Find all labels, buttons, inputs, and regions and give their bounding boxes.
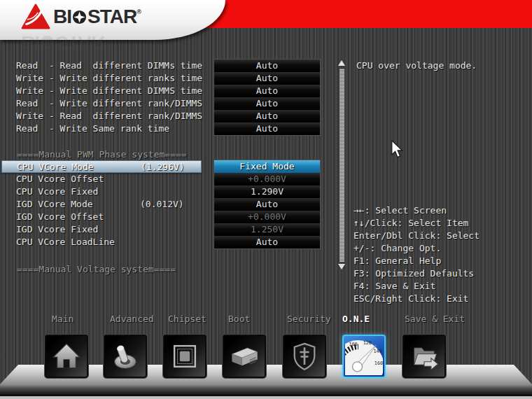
option-row-cpu-vcore-mode[interactable]: CPU VCore Mode (1.296V) [1, 160, 202, 173]
tab-chipset[interactable]: Chipset [168, 313, 206, 326]
option-note: (0.012V) [140, 198, 184, 211]
gauge-icon: 100 120 140 160 [345, 337, 383, 375]
value-field[interactable]: 1.290V [214, 186, 320, 198]
option-row-igd-vcore-mode[interactable]: IGD VCore Mode (0.012V) [1, 198, 202, 211]
value-field[interactable]: Auto [214, 236, 320, 248]
help-key-line: +/-: Change Opt. [354, 242, 441, 255]
dock-tile-chipset[interactable] [163, 335, 206, 378]
value-group-timing: Auto Auto Auto Auto Auto Auto [214, 59, 321, 136]
help-key-line: Enter/Dbl Click: Select [354, 230, 479, 242]
option-row-igd-vcore-offset[interactable]: IGD Vcore Offset [1, 211, 202, 223]
option-row-igd-vcore-fixed[interactable]: IGD Vcore Fixed [1, 223, 202, 236]
svg-text:120: 120 [363, 340, 372, 346]
logo-text-star: STAR [88, 4, 136, 29]
header-banner: BISTAR® BISTAR [0, 0, 225, 40]
help-key-line: →←: Select Screen [354, 204, 447, 217]
dock-tile-advanced[interactable] [104, 335, 147, 378]
scroll-up-icon[interactable] [338, 60, 345, 66]
scrollbar-track[interactable] [340, 69, 344, 262]
value-field[interactable]: 1.250V [214, 223, 320, 236]
exit-folder-icon [409, 341, 440, 372]
option-note: (1.296V) [141, 161, 185, 174]
registered-mark: ® [136, 0, 141, 24]
boot-drive-icon [229, 341, 260, 372]
section-header-voltage: ====Manual Voltage system==== [17, 263, 176, 276]
svg-text:160: 160 [374, 360, 383, 366]
help-key-line: F3: Optimized Defaults [354, 267, 474, 280]
value-field[interactable]: Auto [214, 110, 320, 122]
option-row-cpu-vcore-loadline[interactable]: CPU VCore LoadLine [1, 236, 202, 248]
biostar-triangle-icon [21, 4, 50, 30]
help-key-line: ESC/Right Click: Exit [354, 293, 468, 305]
scroll-down-icon[interactable] [338, 264, 345, 270]
security-shield-icon [289, 341, 320, 372]
logo-o-star-icon [72, 10, 87, 24]
value-field[interactable]: Auto [214, 97, 320, 110]
bios-screen: BISTAR® BISTAR Read - Read different DIM… [0, 0, 532, 399]
dock-tile-one-active[interactable]: 100 120 140 160 [342, 335, 386, 378]
dock-tile-main[interactable] [45, 335, 88, 378]
dock-tile-save-exit[interactable] [402, 335, 446, 378]
value-field[interactable]: +0.000V [214, 211, 320, 223]
value-field[interactable]: Auto [214, 198, 320, 211]
logo-text-bi: BI [53, 4, 71, 29]
toggle-switch-icon [110, 341, 141, 372]
tab-boot[interactable]: Boot [228, 313, 250, 326]
tab-security[interactable]: Security [287, 313, 331, 326]
dock-shelf-rod [0, 384, 532, 396]
option-row-cpu-vcore-offset[interactable]: CPU Vcore Offset [1, 173, 202, 186]
help-description: CPU over voltage mode. [356, 59, 477, 72]
chipset-icon [169, 341, 200, 372]
option-label[interactable]: Read - Write different rank/DIMMS [16, 97, 202, 110]
tab-save-exit[interactable]: Save & Exit [405, 313, 465, 326]
svg-text:100: 100 [349, 342, 357, 347]
value-field[interactable]: Auto [214, 59, 320, 72]
biostar-logo: BISTAR® [21, 4, 141, 30]
tab-one[interactable]: O.N.E [342, 313, 370, 326]
value-field-selected[interactable]: Fixed Mode [214, 160, 320, 173]
section-header-pwm: ====Manual PWM Phase system==== [17, 148, 187, 161]
option-label[interactable]: Write - Write different DIMMS time [16, 85, 202, 97]
logo-reflection: BISTAR [21, 30, 104, 55]
help-key-line: F4: Save & Exit [354, 280, 435, 293]
bottom-strip [0, 396, 532, 399]
value-field[interactable]: Auto [214, 85, 320, 97]
dock-tile-boot[interactable] [223, 335, 266, 378]
option-label[interactable]: Write - Write different ranks time [16, 72, 202, 85]
biostar-wordmark: BISTAR® [53, 4, 141, 29]
value-field[interactable]: Auto [214, 122, 320, 135]
mouse-cursor [391, 140, 403, 158]
tab-advanced[interactable]: Advanced [110, 313, 154, 326]
value-group-pwm: Fixed Mode +0.000V 1.290V Auto +0.000V 1… [214, 160, 321, 249]
svg-text:140: 140 [374, 349, 382, 354]
help-key-line: ↑↓/Click: Select Item [354, 217, 468, 230]
option-label[interactable]: Read - Read different DIMMs time [16, 59, 202, 72]
value-field[interactable]: +0.000V [214, 173, 320, 186]
value-field[interactable]: Auto [214, 72, 320, 85]
tab-main[interactable]: Main [52, 313, 74, 326]
option-row-cpu-vcore-fixed[interactable]: CPU Vcore Fixed [1, 186, 202, 198]
home-icon [51, 341, 82, 372]
dock-tile-security[interactable] [283, 335, 326, 378]
option-label: CPU VCore Mode [17, 161, 94, 174]
option-label[interactable]: Read - Write Same rank time [16, 122, 169, 135]
help-key-line: F1: General Help [354, 255, 441, 267]
option-label[interactable]: Write - Read different rank/DIMMS [16, 110, 202, 122]
